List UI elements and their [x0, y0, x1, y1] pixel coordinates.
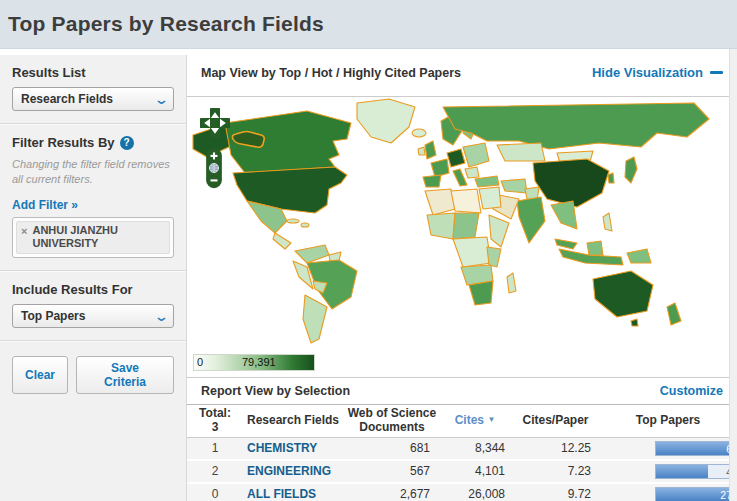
table-header-row: Total:3 Research Fields Web of ScienceDo… — [187, 405, 737, 438]
field-link[interactable]: ALL FIELDS — [243, 487, 346, 501]
question-mark-icon[interactable]: ? — [120, 136, 134, 150]
cites-value: 4,101 — [438, 464, 512, 478]
customize-link[interactable]: Customize — [660, 384, 723, 398]
bar-fill — [656, 442, 734, 455]
top-papers-bar: 6 — [655, 441, 735, 456]
scale-max-label: 79,391 — [242, 356, 276, 368]
wos-docs-value: 2,677 — [346, 487, 438, 501]
col-cites-label: Cites — [455, 413, 484, 427]
remove-filter-icon[interactable]: × — [21, 224, 27, 252]
cites-per-paper-value: 7.23 — [512, 464, 599, 478]
field-link[interactable]: ENGINEERING — [243, 464, 346, 478]
top-papers-bar: 27 — [655, 487, 735, 501]
top-papers-bar: 4 — [655, 464, 735, 479]
main-panel: Map View by Top / Hot / Highly Cited Pap… — [187, 49, 737, 501]
page-banner: Top Papers by Research Fields — [0, 0, 737, 49]
minus-icon — [710, 71, 723, 74]
world-map[interactable] — [189, 97, 729, 349]
results-list-label: Results List — [12, 65, 174, 80]
zoom-control[interactable] — [205, 147, 223, 189]
col-wos-documents: Web of ScienceDocuments — [346, 405, 438, 437]
page-title: Top Papers by Research Fields — [8, 12, 324, 36]
filter-tag: × ANHUI JIANZHU UNIVERSITY — [16, 221, 170, 255]
wos-docs-value: 681 — [346, 441, 438, 455]
table-row: 0 ALL FIELDS 2,677 26,008 9.72 27 — [187, 484, 737, 501]
clear-button[interactable]: Clear — [12, 356, 68, 394]
report-view-title: Report View by Selection — [201, 384, 350, 398]
filter-note: Changing the filter field removes all cu… — [12, 157, 174, 187]
row-rank: 0 — [187, 487, 243, 501]
zoom-out-icon — [211, 179, 218, 181]
pan-control[interactable] — [200, 107, 230, 139]
cites-per-paper-value: 9.72 — [512, 487, 599, 501]
active-filters-box: × ANHUI JIANZHU UNIVERSITY — [12, 217, 174, 259]
sort-desc-icon: ▼ — [487, 415, 495, 424]
save-criteria-button[interactable]: Save Criteria — [76, 356, 174, 394]
cites-per-paper-value: 12.25 — [512, 441, 599, 455]
results-table: Total:3 Research Fields Web of ScienceDo… — [187, 405, 737, 501]
col-top-papers: Top Papers — [599, 412, 737, 430]
scrollbar[interactable] — [729, 49, 737, 501]
include-results-selected: Top Papers — [21, 309, 85, 323]
include-results-label: Include Results For — [12, 282, 174, 297]
filter-tag-label: ANHUI JIANZHU UNIVERSITY — [32, 224, 165, 252]
col-cites-per-paper: Cites/Paper — [512, 412, 599, 430]
row-rank: 2 — [187, 464, 243, 478]
zoom-globe-icon — [209, 163, 218, 172]
col-cites-sort[interactable]: Cites ▼ — [438, 412, 512, 430]
chevron-down-icon: ⌄ — [154, 310, 169, 323]
hide-visualization-link[interactable]: Hide Visualization — [592, 65, 723, 80]
hide-visualization-label: Hide Visualization — [592, 65, 703, 80]
map-color-scale: 0 79,391 — [193, 354, 315, 371]
cites-value: 8,344 — [438, 441, 512, 455]
pan-hand-cursor — [231, 129, 265, 151]
table-row: 2 ENGINEERING 567 4,101 7.23 4 — [187, 461, 737, 484]
add-filter-link[interactable]: Add Filter » — [12, 198, 78, 212]
include-results-select[interactable]: Top Papers ⌄ — [12, 304, 174, 328]
map-area: 0 79,391 — [187, 97, 737, 378]
sidebar: Results List Research Fields ⌄ Filter Re… — [0, 55, 187, 501]
results-list-selected: Research Fields — [21, 92, 113, 106]
cites-value: 26,008 — [438, 487, 512, 501]
filter-results-label: Filter Results By — [12, 135, 115, 150]
field-link[interactable]: CHEMISTRY — [243, 441, 346, 455]
map-controls — [200, 107, 230, 189]
col-research-fields: Research Fields — [243, 412, 346, 430]
map-view-title: Map View by Top / Hot / Highly Cited Pap… — [201, 66, 461, 80]
table-row: 1 CHEMISTRY 681 8,344 12.25 6 — [187, 438, 737, 461]
total-header: Total:3 — [187, 405, 243, 437]
wos-docs-value: 567 — [346, 464, 438, 478]
chevron-down-icon: ⌄ — [154, 93, 169, 106]
bar-fill — [656, 465, 708, 478]
results-list-select[interactable]: Research Fields ⌄ — [12, 87, 174, 111]
scale-min-label: 0 — [197, 356, 203, 368]
row-rank: 1 — [187, 441, 243, 455]
